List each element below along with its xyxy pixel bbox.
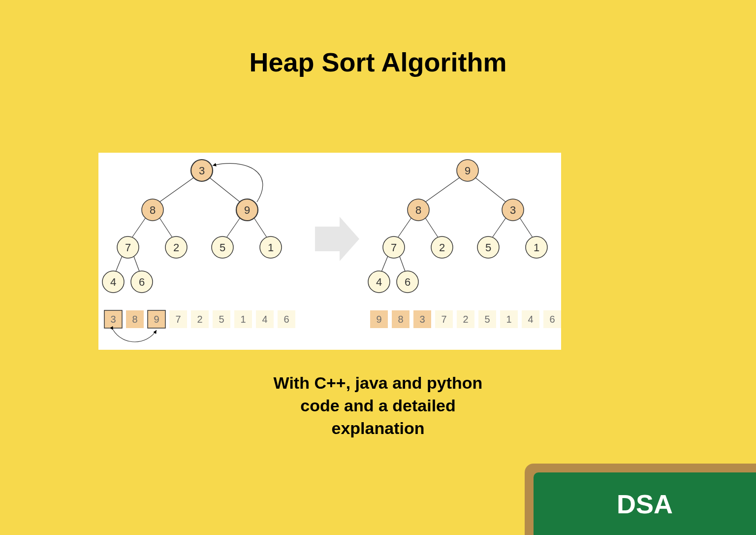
right-array: 9 8 3 7 2 5 1 4 6: [370, 310, 561, 328]
left-array: 3 8 9 7 2 5 1 4 6: [104, 310, 295, 342]
array-cell-label: 6: [284, 314, 289, 325]
board-label: DSA: [617, 489, 673, 519]
tree-node-label: 3: [510, 204, 516, 216]
subtitle-line: code and a detailed: [300, 396, 456, 415]
array-cell-label: 7: [441, 314, 446, 325]
subtitle-line: With C++, java and python: [274, 373, 483, 392]
array-cell-label: 3: [110, 314, 116, 325]
tree-swap-arrow-icon: [213, 164, 263, 202]
transition-arrow-icon: [315, 217, 359, 261]
right-tree: 9 8 3 7 2 5 1 4 6: [368, 160, 561, 328]
array-cell-label: 2: [463, 314, 468, 325]
tree-node-label: 9: [465, 165, 471, 177]
tree-node-label: 9: [244, 204, 250, 216]
tree-node-label: 2: [173, 241, 179, 254]
tree-node-label: 7: [391, 241, 397, 254]
array-cell-label: 4: [262, 314, 267, 325]
array-swap-arrow-icon: [113, 330, 157, 342]
array-cell-label: 9: [154, 314, 159, 325]
array-cell-label: 6: [549, 314, 555, 325]
dsa-board: DSA: [525, 464, 756, 535]
array-cell-label: 5: [219, 314, 224, 325]
tree-node-label: 5: [220, 241, 225, 254]
tree-node-label: 7: [125, 241, 131, 254]
heap-diagram-svg: 3 8 9 7 2 5 1 4 6: [98, 153, 561, 350]
array-cell-label: 1: [506, 314, 511, 325]
left-tree: 3 8 9 7 2 5 1 4 6: [102, 160, 295, 342]
tree-node-label: 3: [199, 165, 205, 177]
array-cell-label: 8: [132, 314, 137, 325]
array-cell-label: 4: [528, 314, 533, 325]
tree-node-label: 8: [415, 204, 421, 216]
subtitle-line: explanation: [332, 419, 425, 437]
array-cell-label: 3: [419, 314, 425, 325]
tree-node-label: 2: [439, 241, 445, 254]
tree-node-label: 4: [110, 276, 116, 288]
tree-node-label: 6: [139, 276, 145, 288]
tree-node-label: 5: [485, 241, 491, 254]
heap-diagram-panel: 3 8 9 7 2 5 1 4 6: [98, 153, 561, 350]
array-cell-label: 5: [484, 314, 490, 325]
board-inner: DSA: [534, 472, 756, 535]
tree-node-label: 1: [268, 241, 274, 254]
tree-node-label: 6: [405, 276, 410, 288]
array-cell-label: 2: [197, 314, 202, 325]
array-cell-label: 7: [175, 314, 181, 325]
tree-node-label: 8: [150, 204, 156, 216]
array-cell-label: 9: [376, 314, 381, 325]
array-cell-label: 1: [240, 314, 246, 325]
subtitle: With C++, java and python code and a det…: [0, 372, 756, 440]
tree-node-label: 4: [376, 276, 382, 288]
array-cell-label: 8: [398, 314, 403, 325]
tree-node-label: 1: [534, 241, 539, 254]
page-title: Heap Sort Algorithm: [0, 47, 756, 77]
